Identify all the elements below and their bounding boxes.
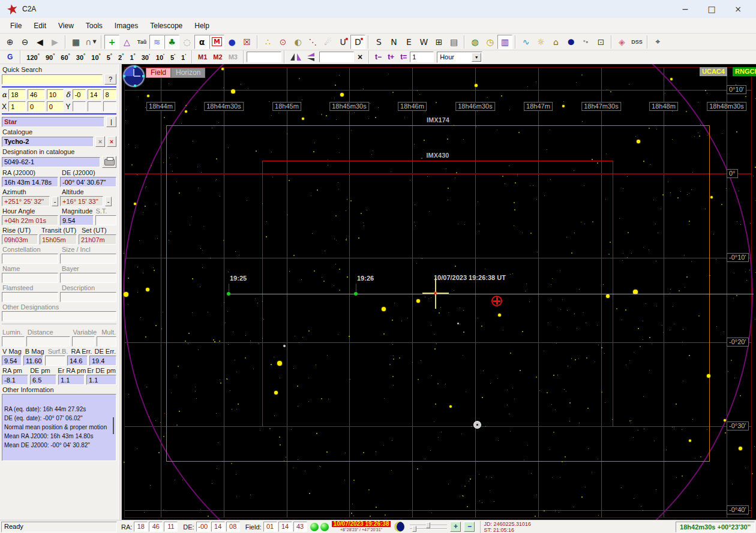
ccd-frame-button[interactable]: ◈	[614, 35, 629, 49]
constellation-lines-button[interactable]: △	[119, 35, 134, 49]
fov-preset-90deg[interactable]: 90°	[43, 52, 58, 62]
fov-preset-1deg[interactable]: 1°	[127, 52, 138, 62]
dome-button[interactable]: ∩▼	[83, 35, 98, 49]
close-button[interactable]: ×	[725, 1, 751, 17]
x1-input[interactable]: 1	[8, 101, 26, 112]
time-now-button[interactable]: t=	[397, 52, 410, 62]
fov-input[interactable]	[247, 52, 281, 62]
dec-d-input[interactable]: -0	[73, 89, 86, 100]
observatory-button[interactable]: ⌂	[548, 35, 563, 49]
memory-m3-button[interactable]: M3	[226, 52, 241, 62]
prev-object-button[interactable]: ×	[95, 136, 105, 147]
designation-input[interactable]: 5049-62-1	[2, 157, 100, 167]
minimize-button[interactable]: −	[672, 1, 698, 17]
nebulae-button[interactable]: ⊙	[275, 35, 290, 49]
dss-button[interactable]: DSS	[629, 35, 644, 49]
nav-forward-button[interactable]: ▶	[47, 35, 62, 49]
fov-preset-5min[interactable]: 5'	[167, 52, 178, 62]
menu-edit[interactable]: Edit	[28, 20, 52, 32]
variable-stars-button[interactable]: ☒	[239, 35, 254, 49]
menu-file[interactable]: File	[5, 20, 27, 32]
scrollbar[interactable]	[113, 417, 114, 434]
zoom-out-button[interactable]: ⊖	[17, 35, 32, 49]
horizon-landscape-button[interactable]: ♣	[164, 35, 179, 49]
menu-view[interactable]: View	[53, 20, 79, 32]
time-plus-button[interactable]: +	[450, 522, 461, 532]
alpha-labels-button[interactable]: α	[194, 35, 209, 49]
telescope-control-button[interactable]: ⌖	[650, 35, 665, 49]
east-button[interactable]: E	[401, 35, 416, 49]
milky-way-button[interactable]: ≋	[149, 35, 164, 49]
fov-preset-60deg[interactable]: 60°	[58, 52, 73, 62]
time-back-button[interactable]: t−	[372, 52, 385, 62]
fov-preset-1min[interactable]: 1'	[178, 52, 189, 62]
grid-button[interactable]: ▦	[68, 35, 83, 49]
y2-input[interactable]	[88, 101, 101, 112]
fov-preset-10min[interactable]: 10'	[153, 52, 167, 62]
fov-preset-30min[interactable]: 30'	[139, 52, 153, 62]
fov-preset-10deg[interactable]: 10°	[88, 52, 103, 62]
horizon-fill-button[interactable]: ▤	[446, 35, 461, 49]
azimuth-adjust-button[interactable]: -	[52, 197, 58, 206]
center-object-button[interactable]: +	[104, 35, 119, 49]
rotation-input[interactable]	[319, 52, 354, 62]
tab-horizon[interactable]: Horizon	[171, 68, 205, 78]
y3-input[interactable]	[103, 101, 116, 112]
maximize-button[interactable]: □	[698, 1, 725, 17]
west-button[interactable]: W	[416, 35, 431, 49]
fov-preset-5deg[interactable]: 5°	[104, 52, 115, 62]
fit-view-button[interactable]: ⊞	[431, 35, 446, 49]
fov-preset-2deg[interactable]: 2°	[115, 52, 127, 62]
menu-tools[interactable]: Tools	[80, 20, 108, 32]
dec-s-input[interactable]: 8	[103, 89, 116, 100]
sun-button[interactable]: ☼	[533, 35, 548, 49]
badge-ucac4[interactable]: UCAC4	[700, 67, 727, 76]
object-type-list-button[interactable]: |	[106, 116, 116, 127]
x3-input[interactable]: 0	[47, 101, 64, 112]
time-unit-select[interactable]: Hour ▼	[437, 52, 482, 63]
satellites-button[interactable]: °∘	[578, 35, 593, 49]
object-type-select[interactable]: Star	[2, 117, 104, 127]
clear-button[interactable]: ×	[354, 52, 366, 62]
ra-h-input[interactable]: 18	[8, 89, 26, 100]
time-minus-button[interactable]: −	[464, 522, 475, 532]
badge-rngcic[interactable]: RNGCIC	[733, 67, 756, 76]
night-vision-button[interactable]: ⬤	[563, 35, 578, 49]
ra-s-input[interactable]: 10	[47, 89, 64, 100]
slider-track[interactable]	[410, 528, 447, 529]
memory-m1-button[interactable]: M1	[195, 52, 210, 62]
menu-telescope[interactable]: Telescope	[145, 20, 188, 32]
nav-back-button[interactable]: ◀	[32, 35, 47, 49]
time-forward-button[interactable]: t+	[385, 52, 397, 62]
star-colors-button[interactable]: ∴	[260, 35, 275, 49]
north-button[interactable]: N	[386, 35, 401, 49]
deep-sky-button[interactable]: D	[350, 35, 365, 49]
menu-help[interactable]: Help	[189, 20, 215, 32]
quick-search-input[interactable]	[2, 74, 103, 85]
slider-thumb[interactable]	[412, 526, 416, 532]
moon-phase-button[interactable]: ◐	[290, 35, 305, 49]
x2-input[interactable]: 0	[28, 101, 45, 112]
next-object-button[interactable]: ×	[107, 136, 116, 147]
planets-button[interactable]: ●	[224, 35, 239, 49]
slider-thumb[interactable]	[426, 522, 430, 528]
star-names-button[interactable]: Taŭ	[134, 35, 149, 49]
fov-preset-120deg[interactable]: 120°	[23, 52, 43, 62]
dec-m-input[interactable]: 14	[88, 89, 101, 100]
print-button[interactable]	[102, 156, 116, 168]
fov-preset-30deg[interactable]: 30°	[73, 52, 88, 62]
messier-button[interactable]: M	[209, 35, 224, 49]
time-clock-button[interactable]: ◷	[482, 35, 497, 49]
control-panel-button[interactable]: ▥	[497, 35, 512, 49]
catalogue-select[interactable]: Tycho-2	[2, 137, 94, 147]
menu-images[interactable]: Images	[109, 20, 143, 32]
camera-button[interactable]: ⊡	[593, 35, 608, 49]
ra-m-input[interactable]: 46	[28, 89, 45, 100]
search-help-button[interactable]: ?	[104, 74, 116, 85]
memory-m2-button[interactable]: M2	[210, 52, 225, 62]
ephemeris-wave-button[interactable]: ∿	[518, 35, 533, 49]
y1-input[interactable]	[73, 101, 86, 112]
uranus-button[interactable]: U	[335, 35, 350, 49]
south-button[interactable]: S	[371, 35, 386, 49]
asteroids-button[interactable]: ⋱	[305, 35, 320, 49]
